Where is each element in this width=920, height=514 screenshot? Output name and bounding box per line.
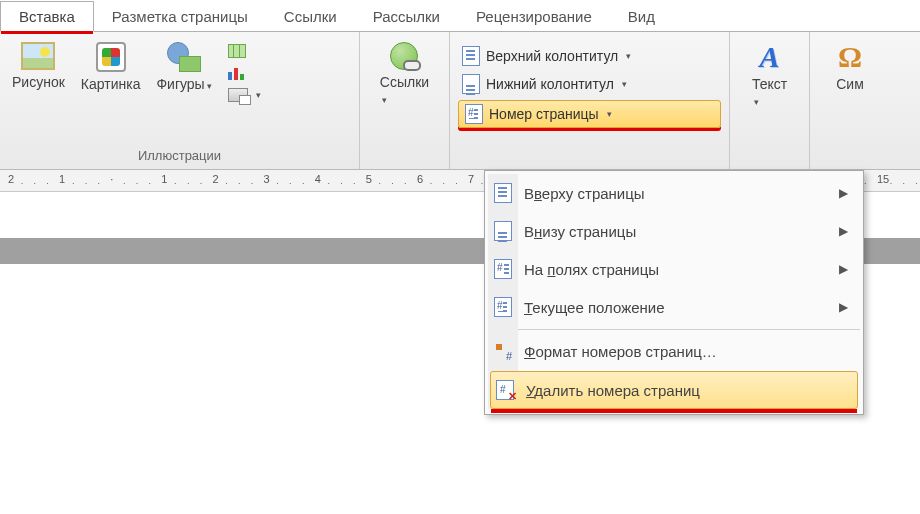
button-label: Картинка bbox=[81, 76, 141, 92]
shapes-icon bbox=[167, 42, 201, 72]
ruler-mark: 5 bbox=[366, 173, 372, 185]
menu-label: Вверху страницы bbox=[524, 185, 827, 202]
clipart-icon bbox=[96, 42, 126, 72]
tab-label: Вид bbox=[628, 8, 655, 25]
submenu-arrow-icon: ▶ bbox=[839, 300, 848, 314]
button-label: Ссылки▾ bbox=[380, 74, 429, 106]
button-label: Верхний колонтитул bbox=[486, 48, 618, 64]
tab-references[interactable]: Ссылки bbox=[266, 2, 355, 31]
group-label bbox=[456, 146, 723, 167]
group-label: Иллюстрации bbox=[6, 146, 353, 167]
button-label: Фигуры▾ bbox=[156, 76, 211, 92]
tab-review[interactable]: Рецензирование bbox=[458, 2, 610, 31]
symbol-button[interactable]: Ω Сим bbox=[820, 38, 880, 96]
tab-insert[interactable]: Вставка bbox=[0, 1, 94, 32]
submenu-arrow-icon: ▶ bbox=[839, 224, 848, 238]
button-label: Текст▾ bbox=[752, 76, 787, 108]
menu-label: Текущее положение bbox=[524, 299, 827, 316]
menu-top-of-page[interactable]: Вверху страницы ▶ bbox=[488, 174, 860, 212]
button-label: Сим bbox=[836, 76, 864, 92]
button-label: Рисунок bbox=[12, 74, 65, 90]
page-bottom-icon bbox=[494, 221, 512, 241]
links-button[interactable]: Ссылки▾ bbox=[374, 38, 435, 110]
remove-page-number-icon bbox=[496, 380, 514, 400]
format-icon bbox=[494, 342, 512, 360]
picture-button[interactable]: Рисунок bbox=[6, 38, 71, 94]
group-text: A Текст▾ bbox=[730, 32, 810, 169]
chart-button[interactable] bbox=[224, 64, 265, 82]
menu-format-page-numbers[interactable]: Формат номеров страниц… bbox=[488, 333, 860, 369]
ribbon: Рисунок Картинка Фигуры▾ ▾ Иллюстрации С… bbox=[0, 32, 920, 170]
menu-label: Внизу страницы bbox=[524, 223, 827, 240]
menu-bottom-of-page[interactable]: Внизу страницы ▶ bbox=[488, 212, 860, 250]
group-header-footer: Верхний колонтитул▾ Нижний колонтитул▾ Н… bbox=[450, 32, 730, 169]
page-top-icon bbox=[494, 183, 512, 203]
menu-current-position[interactable]: Текущее положение ▶ bbox=[488, 288, 860, 326]
page-number-menu: Вверху страницы ▶ Внизу страницы ▶ На по… bbox=[484, 170, 864, 415]
page-number-icon bbox=[465, 104, 483, 124]
group-label bbox=[816, 146, 884, 167]
menu-label: На полях страницы bbox=[524, 261, 827, 278]
page-margin-icon bbox=[494, 259, 512, 279]
ruler-mark: 6 bbox=[417, 173, 423, 185]
page-number-button[interactable]: Номер страницы▾ bbox=[458, 100, 721, 128]
shapes-button[interactable]: Фигуры▾ bbox=[150, 38, 217, 96]
ruler-mark: 2 bbox=[8, 173, 14, 185]
tab-page-layout[interactable]: Разметка страницы bbox=[94, 2, 266, 31]
illustrations-stack: ▾ bbox=[222, 38, 267, 108]
ruler-mark: 2 bbox=[212, 173, 218, 185]
group-symbols: Ω Сим bbox=[810, 32, 890, 169]
wordart-icon: A bbox=[759, 42, 779, 72]
ruler-mark: 7 bbox=[468, 173, 474, 185]
chart-icon bbox=[228, 66, 246, 80]
smartart-button[interactable] bbox=[224, 42, 265, 60]
group-illustrations: Рисунок Картинка Фигуры▾ ▾ Иллюстрации bbox=[0, 32, 360, 169]
tab-label: Разметка страницы bbox=[112, 8, 248, 25]
footer-button[interactable]: Нижний колонтитул▾ bbox=[458, 72, 721, 96]
button-label: Нижний колонтитул bbox=[486, 76, 614, 92]
menu-label: Удалить номера страниц bbox=[526, 382, 846, 399]
group-label bbox=[366, 146, 443, 167]
wordart-button[interactable]: A Текст▾ bbox=[740, 38, 800, 112]
screenshot-button[interactable]: ▾ bbox=[224, 86, 265, 104]
tab-label: Рассылки bbox=[373, 8, 440, 25]
header-button[interactable]: Верхний колонтитул▾ bbox=[458, 44, 721, 68]
group-label bbox=[736, 146, 803, 167]
menu-page-margins[interactable]: На полях страницы ▶ bbox=[488, 250, 860, 288]
ruler-mark: 4 bbox=[315, 173, 321, 185]
page-current-icon bbox=[494, 297, 512, 317]
group-links: Ссылки▾ bbox=[360, 32, 450, 169]
tab-label: Рецензирование bbox=[476, 8, 592, 25]
omega-icon: Ω bbox=[838, 42, 862, 72]
ruler-mark: 15 bbox=[877, 173, 889, 185]
tab-label: Вставка bbox=[19, 8, 75, 25]
button-label: Номер страницы bbox=[489, 106, 599, 122]
ruler-mark: · bbox=[110, 173, 113, 185]
picture-icon bbox=[21, 42, 55, 70]
menu-separator bbox=[518, 329, 860, 330]
screenshot-icon bbox=[228, 88, 248, 102]
footer-icon bbox=[462, 74, 480, 94]
submenu-arrow-icon: ▶ bbox=[839, 186, 848, 200]
ruler-mark: 1 bbox=[59, 173, 65, 185]
smartart-icon bbox=[228, 44, 246, 58]
header-icon bbox=[462, 46, 480, 66]
menu-label: Формат номеров страниц… bbox=[524, 343, 848, 360]
menu-remove-page-numbers[interactable]: Удалить номера страниц bbox=[490, 371, 858, 409]
tab-mailings[interactable]: Рассылки bbox=[355, 2, 458, 31]
ribbon-tabs: Вставка Разметка страницы Ссылки Рассылк… bbox=[0, 0, 920, 32]
submenu-arrow-icon: ▶ bbox=[839, 262, 848, 276]
clipart-button[interactable]: Картинка bbox=[75, 38, 147, 96]
hyperlink-icon bbox=[390, 42, 418, 70]
tab-label: Ссылки bbox=[284, 8, 337, 25]
tab-view[interactable]: Вид bbox=[610, 2, 673, 31]
ruler-mark: 3 bbox=[264, 173, 270, 185]
ruler-mark: 1 bbox=[161, 173, 167, 185]
